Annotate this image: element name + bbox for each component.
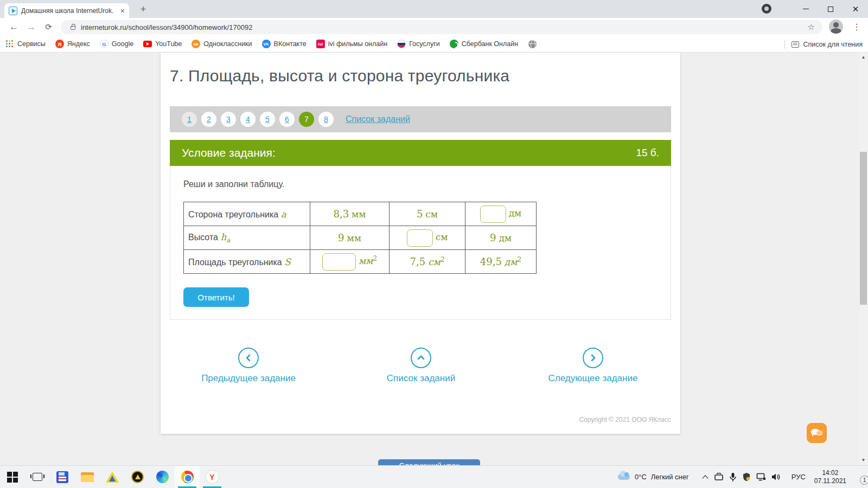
value-cell: 9мм: [310, 226, 390, 250]
network-monitor-icon[interactable]: [756, 473, 766, 481]
chat-widget-button[interactable]: [807, 423, 827, 443]
pagination-item-4[interactable]: 4: [240, 112, 256, 127]
speaker-icon[interactable]: [771, 473, 781, 481]
window-minimize-button[interactable]: [793, 0, 818, 18]
taskbar-app-triangle[interactable]: [100, 466, 125, 488]
reading-list-icon: [792, 41, 799, 48]
windows-logo-icon: [7, 472, 18, 483]
side-dm-input[interactable]: [480, 206, 506, 223]
edge-button[interactable]: [150, 466, 175, 488]
start-button[interactable]: [0, 466, 25, 488]
height-cm-input[interactable]: [407, 229, 433, 247]
pagination-item-6[interactable]: 6: [279, 112, 295, 127]
bookmark-gosuslugi[interactable]: Госуслуги: [397, 40, 440, 48]
taskbar-app-save[interactable]: [50, 466, 75, 488]
page-scrollbar[interactable]: ▲ ▼: [859, 53, 868, 465]
area-mm2-input[interactable]: [322, 253, 356, 271]
notification-center-button[interactable]: 1: [853, 472, 865, 483]
chat-bubble-icon: [816, 431, 822, 435]
microphone-icon[interactable]: [729, 472, 737, 482]
pagination-item-5[interactable]: 5: [260, 112, 275, 127]
url-text[interactable]: interneturok.ru/school/lesson/34900/home…: [81, 23, 808, 31]
bookmark-star-icon[interactable]: ☆: [808, 22, 815, 32]
bookmark-globe[interactable]: [528, 40, 540, 48]
vk-icon: VK: [262, 40, 271, 48]
chevron-right-icon[interactable]: [583, 348, 603, 368]
clock-widget[interactable]: 14:02 07.11.2021: [814, 469, 846, 485]
bookmark-services[interactable]: Сервисы: [5, 40, 46, 48]
new-tab-button[interactable]: +: [137, 3, 150, 16]
yandex-browser-button[interactable]: Y: [200, 466, 225, 488]
taskbar-app-aimp[interactable]: [125, 466, 150, 488]
task-pagination: 1 2 3 4 5 6 7 8 Список заданий: [170, 106, 671, 132]
tab-close-icon[interactable]: ×: [120, 7, 125, 15]
window-close-button[interactable]: ✕: [843, 0, 868, 18]
address-bar[interactable]: interneturok.ru/school/lesson/34900/home…: [61, 20, 822, 34]
pagination-item-8[interactable]: 8: [318, 112, 334, 127]
answer-button[interactable]: Ответить!: [183, 287, 249, 307]
chrome-button-active[interactable]: [175, 466, 200, 488]
page-title: 7. Площадь, высота и сторона треугольник…: [170, 67, 509, 85]
bookmark-yandex[interactable]: Я Яндекс: [55, 40, 90, 48]
profile-avatar[interactable]: [829, 20, 843, 34]
weather-cloud-icon: [618, 474, 630, 480]
bookmark-label: Сервисы: [17, 40, 46, 48]
value-cell: 7,5см2: [390, 250, 465, 274]
task-list-button[interactable]: Список заданий: [356, 348, 486, 384]
ivi-icon: ivi: [316, 40, 325, 48]
file-explorer-button[interactable]: [75, 466, 100, 488]
reload-button[interactable]: ⟳: [41, 20, 56, 34]
next-lesson-button-partial[interactable]: Следующий урок: [378, 459, 480, 465]
apps-grid-icon: [5, 40, 14, 48]
bookmark-vkontakte[interactable]: VK ВКонтакте: [262, 40, 307, 48]
chevron-left-icon[interactable]: [238, 348, 259, 368]
chevron-up-icon[interactable]: [411, 348, 431, 368]
scrollbar-thumb[interactable]: [860, 152, 867, 305]
bookmark-google[interactable]: G Google: [100, 40, 133, 48]
sberbank-icon: [450, 40, 458, 48]
row-label-cell: Высота ha: [184, 226, 310, 250]
window-maximize-button[interactable]: [818, 0, 843, 18]
language-indicator[interactable]: РУС: [792, 473, 806, 481]
homework-card: 7. Площадь, высота и сторона треугольник…: [161, 53, 680, 434]
security-shield-warning-icon[interactable]: !: [742, 472, 751, 481]
task-view-button[interactable]: [25, 466, 50, 488]
bookmark-sberbank[interactable]: Сбербанк Онлайн: [450, 40, 518, 48]
previous-task-button[interactable]: Предыдущее задание: [183, 348, 314, 384]
pagination-item-2[interactable]: 2: [201, 112, 216, 127]
table-row: Сторона треугольника a 8,3мм 5см дм: [184, 202, 537, 226]
scrollbar-down-arrow[interactable]: ▼: [859, 457, 868, 464]
next-task-button[interactable]: Следующее задание: [528, 348, 658, 384]
pagination-item-7-active[interactable]: 7: [299, 112, 314, 127]
bookmark-label: Одноклассники: [203, 40, 252, 48]
pagination-item-1[interactable]: 1: [182, 112, 197, 127]
table-row: Площадь треугольника S мм2 7,5см2 49,5дм…: [184, 250, 537, 274]
bookmark-ivi[interactable]: ivi ivi фильмы онлайн: [316, 40, 387, 48]
math-symbol-a: a: [281, 209, 286, 220]
weather-widget[interactable]: 0°C Легкий снег: [618, 473, 689, 481]
bookmark-youtube[interactable]: YouTube: [143, 40, 182, 48]
notification-badge: 1: [860, 476, 868, 485]
task-body: Реши и заполни таблицу. Сторона треуголь…: [170, 166, 671, 320]
odnoklassniki-icon: ok: [192, 40, 200, 48]
cast-display-icon[interactable]: [714, 473, 724, 481]
tabstrip-action-icon[interactable]: [762, 4, 771, 14]
pagination-item-3[interactable]: 3: [221, 112, 236, 127]
tray-expand-icon[interactable]: [702, 475, 708, 481]
task-list-link[interactable]: Список заданий: [346, 114, 410, 124]
scrollbar-up-arrow[interactable]: ▲: [859, 54, 868, 61]
back-button[interactable]: ←: [7, 20, 21, 34]
forward-button[interactable]: →: [24, 20, 39, 34]
value-cell: 8,3мм: [310, 202, 390, 226]
task-condition-label: Условие задания:: [182, 146, 276, 159]
reading-list-label[interactable]: Список для чтения: [803, 41, 863, 48]
value-cell: 9дм: [465, 226, 537, 250]
value-cell: 5см: [390, 202, 465, 226]
browser-menu-icon[interactable]: ⋮: [850, 20, 864, 34]
bookmark-odnoklassniki[interactable]: ok Одноклассники: [192, 40, 252, 48]
bookmark-label: ivi фильмы онлайн: [328, 40, 387, 48]
task-table: Сторона треугольника a 8,3мм 5см дм: [183, 202, 537, 274]
task-view-icon: [33, 473, 42, 481]
weather-condition: Легкий снег: [651, 473, 689, 481]
browser-tab[interactable]: Домашняя школа InternetUrok. ×: [4, 3, 129, 18]
